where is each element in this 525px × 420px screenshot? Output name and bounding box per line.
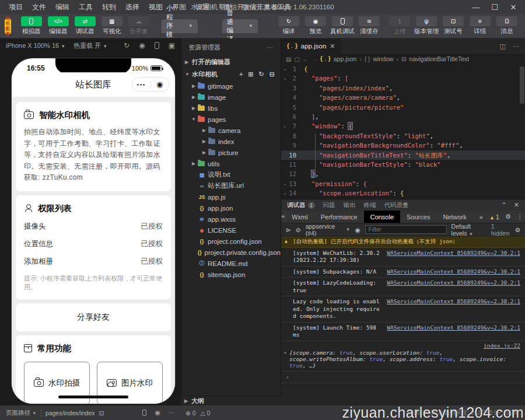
collapse-panel-icon[interactable]: ⌃ [502, 201, 507, 209]
code-line-14[interactable]: ⌄14"scope.userLocation": { [281, 188, 525, 198]
code-line-3[interactable]: 3"pages/index/index", [281, 83, 525, 93]
warning-count[interactable]: △ 0 [201, 410, 211, 416]
tree-item-sitemap.json[interactable]: {}sitemap.json [181, 269, 281, 280]
menu-item-视图[interactable]: 视图 [145, 1, 167, 13]
menu-item-选择[interactable]: 选择 [121, 1, 144, 13]
console-sidebar-icon[interactable]: ⊳ [286, 226, 291, 233]
bookmark-icon[interactable]: ▢ [294, 56, 299, 62]
breadcrumb-property[interactable]: navigationBarTitleText [409, 55, 469, 62]
outline-section[interactable]: ▶ 大纲 [181, 396, 281, 405]
close-panel-icon[interactable]: ✕ [514, 201, 519, 209]
tree-item-说明.txt[interactable]: ▤说明.txt [181, 169, 281, 180]
device-select[interactable]: iPhone X 100% 16 ▼ [6, 42, 65, 49]
levels-select[interactable]: Default levels ▼ [452, 223, 487, 237]
close-icon[interactable]: ✕ [330, 43, 335, 50]
panel-tab-输出[interactable]: 输出 [344, 201, 356, 209]
console-settings-gear-icon[interactable]: ⚙ [515, 226, 520, 233]
compile-mode-select[interactable]: 普通编译 ▼ [222, 19, 258, 33]
share-button[interactable]: 分享好友 [16, 303, 171, 331]
code-line-8[interactable]: 8"backgroundTextStyle": "light", [281, 131, 525, 141]
menu-item-工具[interactable]: 工具 [75, 1, 97, 13]
publish-button-上传[interactable]: ↥上传 [386, 16, 413, 36]
tree-item-libs[interactable]: ▶libs [181, 103, 281, 114]
code-line-1[interactable]: ⌄1{ [281, 64, 525, 74]
publish-button-消息[interactable]: Ω消息 [494, 16, 520, 36]
hidden-count[interactable]: 1 hidden [491, 223, 510, 237]
code-line-9[interactable]: 9"navigationBarBackgroundColor": "#fff", [281, 141, 525, 150]
view-button-编辑器[interactable]: </>编辑器 [45, 16, 72, 36]
publish-button-版本管理[interactable]: ψ版本管理 [413, 16, 440, 36]
menu-item-微信开发者工具[interactable]: 微信开发者工具 [238, 1, 295, 13]
view-button-云开发[interactable]: ☁云开发 [125, 16, 152, 36]
devtools-tab-Network[interactable]: Network [436, 211, 473, 223]
exit-target-icon[interactable]: ◉ [151, 80, 169, 89]
fold-icon[interactable]: ⌄ [281, 188, 289, 198]
filter-input[interactable] [365, 225, 447, 234]
new-folder-icon[interactable]: ⊞ [248, 71, 253, 78]
tree-item-image[interactable]: ▶image [181, 92, 281, 103]
context-select[interactable]: appservice (#4)▼ [306, 223, 351, 237]
kebab-menu-icon[interactable]: ⋮ [517, 213, 523, 220]
code-line-4[interactable]: 4"pages/camera/camera", [281, 93, 525, 102]
publish-button-测试号[interactable]: ⊡测试号 [440, 16, 467, 36]
device-frame-icon[interactable] [155, 42, 159, 49]
menu-item-编辑[interactable]: 编辑 [51, 1, 74, 13]
panel-tab-调试器[interactable]: 调试器1 [287, 201, 315, 209]
opened-editors-section[interactable]: ▶ 打开的编辑器 [181, 56, 281, 68]
more-dots-icon[interactable]: ●●● [132, 83, 150, 86]
object-log[interactable]: {scope.camera: true, scope.userLocation:… [281, 349, 525, 371]
code-line-2[interactable]: ⌄2"pages": [ [281, 74, 525, 83]
menu-item-转到[interactable]: 转到 [98, 1, 120, 13]
tree-item-pages[interactable]: ▼pages [181, 114, 281, 125]
devtools-tab-Sources[interactable]: Sources [400, 211, 436, 223]
editor-scrollbar[interactable] [520, 66, 524, 104]
tree-item-站长图库.url[interactable]: ∞站长图库.url [181, 180, 281, 191]
code-line-10[interactable]: 10"navigationBarTitleText": "站长图库", [281, 150, 525, 160]
devtools-tab-Console[interactable]: Console [364, 211, 400, 223]
console-prompt[interactable]: › [281, 371, 525, 383]
more-actions-icon[interactable]: ⋯ [267, 44, 274, 51]
record-icon[interactable]: ◉ [139, 41, 145, 50]
view-button-模拟器[interactable]: 模拟器 [18, 16, 45, 36]
inspect-element-icon[interactable]: ⌖ [281, 211, 285, 223]
panel-tab-代码质量[interactable]: 代码质量 [384, 201, 409, 209]
warning-count[interactable]: 1 [496, 214, 499, 220]
publish-button-详情[interactable]: ≡详情 [467, 16, 494, 36]
nav-forward-icon[interactable]: → [312, 56, 317, 62]
tree-item-utils[interactable]: ▶utils [181, 158, 281, 169]
tab-overflow-icon[interactable]: » [473, 211, 489, 223]
collapse-all-icon[interactable]: ⊟ [270, 71, 275, 78]
devtools-tab-Wxml[interactable]: Wxml [285, 211, 314, 223]
menu-item-文件[interactable]: 文件 [28, 1, 50, 13]
tree-item-picture[interactable]: ▶picture [181, 147, 281, 158]
capsule-menu[interactable]: ●●● ◉ [132, 77, 169, 92]
split-editor-icon[interactable]: ◫ [500, 43, 506, 50]
action-button-真机调试[interactable]: 真机调试 [329, 16, 356, 36]
project-root[interactable]: ▼ 水印相机 + ⊞ ↻ ⊟ [181, 68, 281, 80]
eye-icon[interactable]: ◉ [355, 226, 360, 233]
breadcrumb-window[interactable]: window [373, 55, 393, 62]
error-count[interactable]: ⊗ 0 [186, 410, 196, 416]
tab-app-json[interactable]: {﹒} app.json ✕ [281, 38, 341, 54]
source-link[interactable]: index.js:22 [484, 342, 520, 349]
devtools-tab-Performance[interactable]: Performance [314, 211, 364, 223]
source-link[interactable]: WAServiceMainContext_85689249&v=2.30.2:1 [387, 324, 520, 332]
account-avatar[interactable]: 站长图库 [5, 19, 11, 34]
fold-icon[interactable]: ⌄ [281, 64, 289, 74]
tree-item-camera[interactable]: ▶camera [181, 125, 281, 136]
source-link[interactable]: WAServiceMainContext_85689249&v=2.30.2:1 [387, 268, 520, 276]
tree-item-app.js[interactable]: JSapp.js [181, 191, 281, 202]
refresh-icon[interactable]: ↻ [259, 71, 264, 78]
tree-item-gitimage[interactable]: ▶gitimage [181, 80, 281, 92]
menu-item-设置[interactable]: 设置 [191, 1, 214, 13]
panel-tab-问题[interactable]: 问题 [323, 201, 335, 209]
eye-icon[interactable]: ◉ [155, 409, 160, 416]
code-line-5[interactable]: 5"pages/picture/picture" [281, 103, 525, 112]
code-line-13[interactable]: ⌄13"permission": { [281, 179, 525, 188]
maximize-button[interactable]: ☐ [487, 1, 503, 13]
breadcrumb-file[interactable]: app.json [334, 55, 357, 62]
fold-icon[interactable]: ⌄ [281, 121, 289, 131]
more-actions-icon[interactable]: ⋯ [169, 409, 175, 416]
code-line-6[interactable]: 6], [281, 112, 525, 121]
mode-select[interactable]: 小程序模式 ▼ [162, 19, 198, 33]
